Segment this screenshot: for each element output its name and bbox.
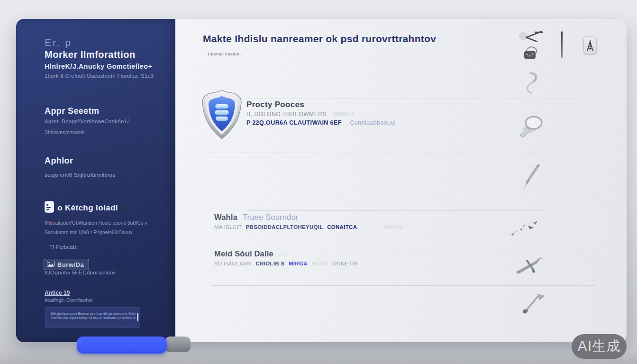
row3-sub-b: CRIOLIB S bbox=[256, 261, 285, 266]
card1-top-divider bbox=[246, 99, 595, 99]
ketch-heading: o Kétchg loladl bbox=[57, 203, 118, 213]
burw-badge-button[interactable]: Burw/Da bbox=[44, 259, 89, 270]
row3-title: Meid Sóul Dalle ~ : · bbox=[214, 249, 289, 258]
row2-sub-b: PBSOIDDACLPLTOHEYUQIL bbox=[246, 224, 323, 230]
card1-title: Procty Pooces bbox=[246, 100, 304, 109]
tower-badge-icon[interactable] bbox=[583, 36, 597, 54]
aphlor-line1: śeajo criv8 Snjitrufúrmiltnos bbox=[45, 172, 115, 178]
sidebar-tagline: 1tlork 8 Crefitoll Oacuslonth Fitoolca: … bbox=[45, 73, 154, 79]
sidebar-title: Morker Ilmforattion bbox=[45, 49, 136, 60]
section-divider-3 bbox=[211, 285, 595, 286]
back-arrow-icon[interactable] bbox=[519, 28, 545, 46]
card1-line2-main: B, DOLONO TBREOWMERS bbox=[246, 111, 327, 118]
notice-scrollbar[interactable] bbox=[137, 313, 138, 321]
section-divider-1 bbox=[205, 153, 595, 153]
row3-subline: SD GAOLAMV CRIOLIB S MIRGA HIJGX ODNETIR bbox=[214, 261, 358, 266]
card1-line2: B, DOLONO TBREOWMERS MMIBIT bbox=[246, 111, 355, 118]
secondary-chip bbox=[165, 337, 191, 352]
notice-line: Sdfrajerbacn spsle Bewmarvanhhssr dfl qi… bbox=[51, 312, 136, 316]
page-title: Makte Ihdislu nanreamer ok psd rurovrttr… bbox=[203, 33, 436, 45]
sidebar-subtitle: HlnlreK/J.Anucky Gomctielleo+ bbox=[45, 63, 152, 70]
page-subtitle: · Ppenec husten · bbox=[205, 52, 243, 56]
pen-icon[interactable] bbox=[519, 164, 542, 193]
app-logo: Er. p bbox=[45, 37, 72, 48]
tools-icon[interactable] bbox=[513, 254, 546, 279]
row2-title-main: Wahla bbox=[214, 213, 237, 221]
card1-line3-strong: P 22Q.OUR6A CLAUTIWAIN 6EF bbox=[246, 119, 342, 126]
ketch-line3: Tl·Fcibcätt: bbox=[49, 244, 78, 250]
row3-sub-d: HIJGX bbox=[311, 261, 328, 266]
ketch-line2: Saculurorc snt 1(8/0 r P4pneio6ll Cauux bbox=[45, 229, 133, 235]
app-system-line2: Shbloverynnoants bbox=[45, 129, 84, 135]
document-icon bbox=[45, 201, 54, 215]
burw-caption: lOOgnnhv 5EECdooruclisov bbox=[45, 270, 116, 275]
row3-sub-a: SD GAOLAMV bbox=[214, 261, 252, 266]
row3-sub-c: MIRGA bbox=[289, 261, 308, 266]
card1-line3: P 22Q.OUR6A CLAUTIWAIN 6EF . Cunniaabboo… bbox=[246, 119, 396, 126]
card1-line2-faint: MMIBIT bbox=[333, 111, 355, 118]
antice-link[interactable]: Antice 19 bbox=[45, 290, 70, 296]
notice-line: tmaP5b vfba dqâca Melqur M bav-lh tsfdta… bbox=[51, 316, 136, 320]
screen: Er. p Morker Ilmforattion HlnlreK/J.Anuc… bbox=[0, 0, 637, 364]
row2-sub-ghost: MMIIIIII bbox=[383, 224, 403, 230]
sidebar-section-ketch: o Kétchg loladl bbox=[45, 201, 118, 215]
satchel-icon[interactable] bbox=[522, 45, 540, 63]
primary-action-button[interactable] bbox=[77, 337, 167, 354]
scatter-icon bbox=[507, 219, 541, 245]
row2-sub-c: CONAITCA bbox=[327, 224, 357, 230]
swirl-icon bbox=[519, 71, 542, 97]
card1-line3-light: . Cunniaabboouul bbox=[346, 119, 396, 126]
antice-caption: öoatfngit. Coorfiswher bbox=[45, 297, 93, 303]
row2-sub-a: MA ISLCIT bbox=[214, 224, 242, 230]
row3-sub-e: ODNETIR bbox=[332, 261, 358, 266]
app-window: Er. p Morker Ilmforattion HlnlreK/J.Anuc… bbox=[16, 19, 627, 342]
sidebar-section-aphlor: Aphlor bbox=[45, 156, 73, 166]
row2-title: Wahla Truee Sourndor bbox=[214, 213, 299, 222]
sidebar: Er. p Morker Ilmforattion HlnlreK/J.Anuc… bbox=[16, 19, 175, 342]
burw-badge-label: Burw/Da bbox=[57, 261, 84, 268]
row2-title-light: Truee Sourndor bbox=[243, 213, 299, 221]
sidebar-section-app-system: Appr Seeetm bbox=[45, 106, 99, 116]
row2-subline: MA ISLCIT PBSOIDDACLPLTOHEYUQIL CONAITCA… bbox=[214, 224, 402, 230]
row3-title-main: Meid Sóul Dalle bbox=[214, 249, 273, 258]
row3-heading-rule bbox=[284, 253, 595, 253]
magnifier-icon[interactable] bbox=[518, 115, 545, 144]
image-icon bbox=[47, 261, 55, 268]
divider-bar bbox=[561, 31, 563, 58]
app-system-line1: Agrot. Boogr2VortihoaeConkón1/ bbox=[45, 118, 129, 124]
flag-icon[interactable] bbox=[519, 289, 546, 318]
ketch-line1: MldcaitaduVGbWanden Roste cuoriit 3u0/Co… bbox=[45, 220, 147, 226]
row2-top-divider bbox=[246, 210, 544, 211]
ai-watermark: AI生成 bbox=[572, 334, 627, 359]
notice-box: Sdfrajerbacn spsle Bewmarvanhhssr dfl qi… bbox=[45, 307, 140, 328]
shield-icon bbox=[200, 89, 244, 143]
